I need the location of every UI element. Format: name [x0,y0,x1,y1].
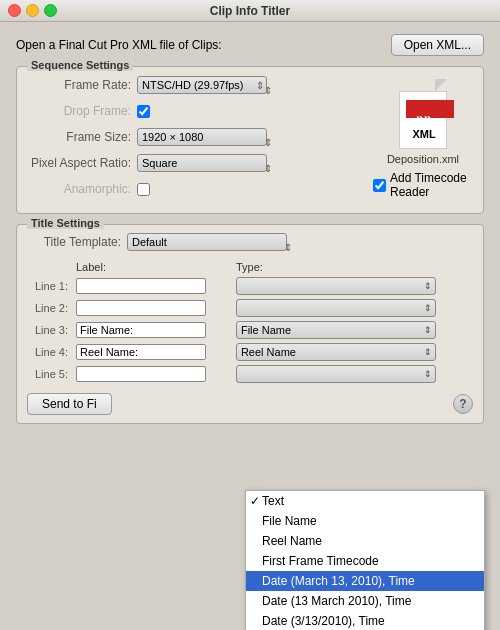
line-type-select-4[interactable] [236,365,436,383]
line-type-select-wrapper-4[interactable]: ⇕ [236,365,436,383]
line-label-cell-0 [72,275,232,297]
line-label-cell-1 [72,297,232,319]
line-type-cell-2: File Name ⇕ [232,319,473,341]
line-type-cell-0: ⇕ [232,275,473,297]
frame-size-select-wrapper[interactable]: 1920 × 1080 [137,128,267,146]
maximize-button[interactable] [44,4,57,17]
line-number-2: Line 3: [27,319,72,341]
line-label-cell-4 [72,363,232,385]
col-type-header: Type: [232,259,473,275]
anamorphic-row: Anamorphic: [27,179,363,199]
dropdown-item[interactable]: File Name [246,511,484,531]
template-select-wrapper[interactable]: Default [127,233,287,251]
anamorphic-checkbox-row [137,183,150,196]
pixel-aspect-row: Pixel Aspect Ratio: Square [27,153,363,173]
line-type-select-3[interactable]: Reel Name [236,343,436,361]
table-row: Line 2: ⇕ [27,297,473,319]
close-button[interactable] [8,4,21,17]
dropdown-item[interactable]: Text [246,491,484,511]
top-row: Open a Final Cut Pro XML file of Clips: … [16,34,484,56]
window-title: Clip Info Titler [210,4,290,18]
open-xml-label: Open a Final Cut Pro XML file of Clips: [16,38,222,52]
open-xml-button[interactable]: Open XML... [391,34,484,56]
sequence-settings-label: Sequence Settings [27,59,133,71]
line-type-cell-1: ⇕ [232,297,473,319]
xml-icon-fold [435,79,447,91]
line-number-0: Line 1: [27,275,72,297]
line-label-input-4[interactable] [76,366,206,382]
xml-icon-red-strip: »» [406,100,454,118]
lines-table: Label: Type: Line 1: ⇕ Line 2: [27,259,473,385]
frame-size-select[interactable]: 1920 × 1080 [137,128,267,146]
line-type-select-2[interactable]: File Name [236,321,436,339]
line-type-select-wrapper-1[interactable]: ⇕ [236,299,436,317]
table-row: Line 1: ⇕ [27,275,473,297]
template-row: Title Template: Default [27,233,473,251]
xml-filename: Deposition.xml [387,153,459,165]
traffic-lights [8,4,57,17]
title-settings-box: Title Settings Title Template: Default L… [16,224,484,424]
drop-frame-row: Drop Frame: [27,101,363,121]
frame-rate-label: Frame Rate: [27,78,137,92]
frame-size-row: Frame Size: 1920 × 1080 [27,127,363,147]
xml-icon-paper: »» XML [399,91,447,149]
table-row: Line 4: Reel Name ⇕ [27,341,473,363]
seq-settings-layout: Frame Rate: NTSC/HD (29.97fps) Drop Fram… [27,75,473,205]
minimize-button[interactable] [26,4,39,17]
pixel-aspect-select-wrapper[interactable]: Square [137,154,267,172]
line-label-input-0[interactable] [76,278,206,294]
help-button[interactable]: ? [453,394,473,414]
timecode-label: Add Timecode Reader [390,171,473,199]
line-number-3: Line 4: [27,341,72,363]
line-label-input-2[interactable] [76,322,206,338]
anamorphic-checkbox[interactable] [137,183,150,196]
line-type-select-1[interactable] [236,299,436,317]
xml-icon-label: XML [400,128,448,140]
timecode-row: Add Timecode Reader [373,171,473,199]
dropdown-item[interactable]: Date (3/13/2010), Time [246,611,484,630]
template-select[interactable]: Default [127,233,287,251]
table-row: Line 3: File Name ⇕ [27,319,473,341]
line-label-input-3[interactable] [76,344,206,360]
frame-rate-select[interactable]: NTSC/HD (29.97fps) [137,76,267,94]
drop-frame-label: Drop Frame: [27,104,137,118]
sequence-settings-box: Sequence Settings Frame Rate: NTSC/HD (2… [16,66,484,214]
pixel-aspect-select[interactable]: Square [137,154,267,172]
col-number-header [27,259,72,275]
main-content: Open a Final Cut Pro XML file of Clips: … [0,22,500,434]
send-button[interactable]: Send to Fi [27,393,112,415]
seq-right: »» XML Deposition.xml Add Timecode Reade… [373,75,473,205]
anamorphic-label: Anamorphic: [27,182,137,196]
line-type-select-wrapper-3[interactable]: Reel Name ⇕ [236,343,436,361]
drop-frame-checkbox-row [137,105,150,118]
dropdown-item[interactable]: Reel Name [246,531,484,551]
line-label-input-1[interactable] [76,300,206,316]
title-settings-label: Title Settings [27,217,104,229]
xml-file-icon: »» XML [393,79,453,149]
line-type-cell-3: Reel Name ⇕ [232,341,473,363]
drop-frame-checkbox[interactable] [137,105,150,118]
seq-left: Frame Rate: NTSC/HD (29.97fps) Drop Fram… [27,75,363,205]
line-label-cell-3 [72,341,232,363]
line-number-1: Line 2: [27,297,72,319]
col-label-header: Label: [72,259,232,275]
dropdown-item[interactable]: Date (March 13, 2010), Time [246,571,484,591]
title-bar: Clip Info Titler [0,0,500,22]
frame-rate-select-wrapper[interactable]: NTSC/HD (29.97fps) [137,76,267,94]
line-type-select-wrapper-0[interactable]: ⇕ [236,277,436,295]
dropdown-menu: TextFile NameReel NameFirst Frame Timeco… [245,490,485,630]
frame-rate-row: Frame Rate: NTSC/HD (29.97fps) [27,75,363,95]
template-label: Title Template: [27,235,127,249]
xml-icon-arrows: »» [416,110,432,126]
timecode-checkbox[interactable] [373,179,386,192]
frame-size-label: Frame Size: [27,130,137,144]
line-label-cell-2 [72,319,232,341]
table-row: Line 5: ⇕ [27,363,473,385]
pixel-aspect-label: Pixel Aspect Ratio: [27,156,137,170]
line-type-cell-4: ⇕ [232,363,473,385]
line-type-select-0[interactable] [236,277,436,295]
line-number-4: Line 5: [27,363,72,385]
dropdown-item[interactable]: First Frame Timecode [246,551,484,571]
dropdown-item[interactable]: Date (13 March 2010), Time [246,591,484,611]
line-type-select-wrapper-2[interactable]: File Name ⇕ [236,321,436,339]
